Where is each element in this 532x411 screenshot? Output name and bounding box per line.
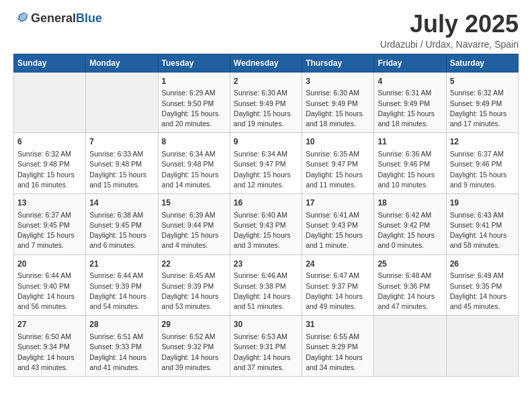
cell-week2-day4: 10Sunrise: 6:35 AMSunset: 9:47 PMDayligh… — [302, 133, 374, 194]
day-number: 28 — [89, 319, 154, 330]
cell-info: Sunrise: 6:45 AMSunset: 9:39 PMDaylight:… — [162, 271, 226, 312]
cell-info: Sunrise: 6:37 AMSunset: 9:46 PMDaylight:… — [450, 149, 515, 190]
cell-week4-day3: 23Sunrise: 6:46 AMSunset: 9:38 PMDayligh… — [230, 255, 302, 316]
col-sunday: Sunday — [14, 54, 86, 72]
cell-week5-day2: 29Sunrise: 6:52 AMSunset: 9:32 PMDayligh… — [158, 316, 230, 377]
day-number: 24 — [306, 259, 370, 270]
day-number: 18 — [378, 197, 442, 209]
day-number: 15 — [162, 197, 226, 209]
main-title: July 2025 — [380, 11, 519, 38]
cell-info: Sunrise: 6:55 AMSunset: 9:29 PMDaylight:… — [306, 332, 370, 373]
subtitle: Urdazubi / Urdax, Navarre, Spain — [380, 39, 519, 50]
cell-week3-day5: 18Sunrise: 6:42 AMSunset: 9:42 PMDayligh… — [374, 193, 446, 255]
day-number: 30 — [234, 319, 298, 330]
cell-week1-day1 — [86, 72, 158, 133]
logo-blue: Blue — [76, 12, 102, 24]
day-number: 2 — [234, 76, 298, 87]
day-number: 29 — [162, 319, 226, 330]
cell-week4-day1: 21Sunrise: 6:44 AMSunset: 9:39 PMDayligh… — [86, 255, 158, 316]
cell-week2-day0: 6Sunrise: 6:32 AMSunset: 9:48 PMDaylight… — [14, 133, 86, 194]
day-number: 10 — [306, 136, 370, 148]
cell-info: Sunrise: 6:48 AMSunset: 9:36 PMDaylight:… — [378, 271, 442, 312]
day-number: 7 — [89, 136, 154, 148]
cell-info: Sunrise: 6:37 AMSunset: 9:45 PMDaylight:… — [17, 210, 82, 251]
day-number: 12 — [450, 136, 515, 148]
cell-week3-day2: 15Sunrise: 6:39 AMSunset: 9:44 PMDayligh… — [158, 193, 230, 255]
cell-info: Sunrise: 6:44 AMSunset: 9:39 PMDaylight:… — [89, 271, 154, 312]
cell-week1-day4: 3Sunrise: 6:30 AMSunset: 9:49 PMDaylight… — [302, 72, 374, 133]
cell-info: Sunrise: 6:39 AMSunset: 9:44 PMDaylight:… — [162, 210, 226, 251]
cell-info: Sunrise: 6:35 AMSunset: 9:47 PMDaylight:… — [306, 149, 370, 190]
day-number: 6 — [17, 136, 82, 148]
col-friday: Friday — [374, 54, 446, 72]
cell-week1-day6: 5Sunrise: 6:32 AMSunset: 9:49 PMDaylight… — [446, 72, 518, 133]
cell-info: Sunrise: 6:30 AMSunset: 9:49 PMDaylight:… — [306, 88, 370, 129]
week-row-4: 20Sunrise: 6:44 AMSunset: 9:40 PMDayligh… — [14, 255, 519, 316]
logo-text: General Blue — [31, 12, 102, 24]
cell-week2-day3: 9Sunrise: 6:34 AMSunset: 9:47 PMDaylight… — [230, 133, 302, 194]
week-row-5: 27Sunrise: 6:50 AMSunset: 9:34 PMDayligh… — [14, 316, 519, 377]
day-number: 3 — [306, 76, 370, 87]
cell-info: Sunrise: 6:31 AMSunset: 9:49 PMDaylight:… — [378, 88, 442, 129]
day-number: 4 — [378, 76, 442, 87]
cell-info: Sunrise: 6:43 AMSunset: 9:41 PMDaylight:… — [450, 210, 515, 251]
cell-info: Sunrise: 6:46 AMSunset: 9:38 PMDaylight:… — [234, 271, 298, 312]
logo-general: General — [31, 12, 76, 24]
cell-week2-day5: 11Sunrise: 6:36 AMSunset: 9:46 PMDayligh… — [374, 133, 446, 194]
day-number: 8 — [162, 136, 226, 148]
cell-week3-day4: 17Sunrise: 6:41 AMSunset: 9:43 PMDayligh… — [302, 193, 374, 255]
cell-info: Sunrise: 6:53 AMSunset: 9:31 PMDaylight:… — [234, 332, 298, 373]
cell-week4-day4: 24Sunrise: 6:47 AMSunset: 9:37 PMDayligh… — [302, 255, 374, 316]
col-monday: Monday — [86, 54, 158, 72]
day-number: 9 — [234, 136, 298, 148]
title-block: July 2025 Urdazubi / Urdax, Navarre, Spa… — [380, 11, 519, 50]
day-number: 25 — [378, 259, 442, 270]
day-number: 5 — [450, 76, 515, 87]
calendar-body: 1Sunrise: 6:29 AMSunset: 9:50 PMDaylight… — [14, 72, 519, 376]
cell-info: Sunrise: 6:34 AMSunset: 9:48 PMDaylight:… — [162, 149, 226, 190]
cell-week4-day0: 20Sunrise: 6:44 AMSunset: 9:40 PMDayligh… — [14, 255, 86, 316]
day-number: 21 — [89, 259, 154, 270]
day-number: 31 — [306, 319, 370, 330]
cell-week5-day5 — [374, 316, 446, 377]
cell-week4-day2: 22Sunrise: 6:45 AMSunset: 9:39 PMDayligh… — [158, 255, 230, 316]
cell-week1-day0 — [14, 72, 86, 133]
day-number: 27 — [17, 319, 82, 330]
cell-week5-day0: 27Sunrise: 6:50 AMSunset: 9:34 PMDayligh… — [14, 316, 86, 377]
cell-info: Sunrise: 6:38 AMSunset: 9:45 PMDaylight:… — [89, 210, 154, 251]
day-number: 1 — [162, 76, 226, 87]
cell-info: Sunrise: 6:51 AMSunset: 9:33 PMDaylight:… — [89, 332, 154, 373]
cell-week2-day2: 8Sunrise: 6:34 AMSunset: 9:48 PMDaylight… — [158, 133, 230, 194]
cell-info: Sunrise: 6:30 AMSunset: 9:49 PMDaylight:… — [234, 88, 298, 129]
cell-week4-day5: 25Sunrise: 6:48 AMSunset: 9:36 PMDayligh… — [374, 255, 446, 316]
col-wednesday: Wednesday — [230, 54, 302, 72]
cell-info: Sunrise: 6:36 AMSunset: 9:46 PMDaylight:… — [378, 149, 442, 190]
day-number: 14 — [89, 197, 154, 209]
day-number: 17 — [306, 197, 370, 209]
week-row-1: 1Sunrise: 6:29 AMSunset: 9:50 PMDaylight… — [14, 72, 519, 133]
calendar-page: General Blue July 2025 Urdazubi / Urdax,… — [0, 0, 532, 411]
col-saturday: Saturday — [446, 54, 518, 72]
logo: General Blue — [13, 11, 102, 26]
col-tuesday: Tuesday — [158, 54, 230, 72]
day-number: 26 — [450, 259, 515, 270]
cell-week5-day4: 31Sunrise: 6:55 AMSunset: 9:29 PMDayligh… — [302, 316, 374, 377]
day-number: 16 — [234, 197, 298, 209]
day-number: 19 — [450, 197, 515, 209]
cell-week3-day0: 13Sunrise: 6:37 AMSunset: 9:45 PMDayligh… — [14, 193, 86, 255]
cell-info: Sunrise: 6:33 AMSunset: 9:48 PMDaylight:… — [89, 149, 154, 190]
cell-info: Sunrise: 6:47 AMSunset: 9:37 PMDaylight:… — [306, 271, 370, 312]
cell-week5-day3: 30Sunrise: 6:53 AMSunset: 9:31 PMDayligh… — [230, 316, 302, 377]
cell-info: Sunrise: 6:32 AMSunset: 9:49 PMDaylight:… — [450, 88, 515, 129]
week-row-3: 13Sunrise: 6:37 AMSunset: 9:45 PMDayligh… — [14, 193, 519, 255]
cell-week3-day6: 19Sunrise: 6:43 AMSunset: 9:41 PMDayligh… — [446, 193, 518, 255]
cell-week4-day6: 26Sunrise: 6:49 AMSunset: 9:35 PMDayligh… — [446, 255, 518, 316]
cell-week5-day6 — [446, 316, 518, 377]
cell-info: Sunrise: 6:40 AMSunset: 9:43 PMDaylight:… — [234, 210, 298, 251]
day-number: 11 — [378, 136, 442, 148]
cell-info: Sunrise: 6:42 AMSunset: 9:42 PMDaylight:… — [378, 210, 442, 251]
cell-info: Sunrise: 6:34 AMSunset: 9:47 PMDaylight:… — [234, 149, 298, 190]
week-row-2: 6Sunrise: 6:32 AMSunset: 9:48 PMDaylight… — [14, 133, 519, 194]
day-number: 13 — [17, 197, 82, 209]
cell-week3-day1: 14Sunrise: 6:38 AMSunset: 9:45 PMDayligh… — [86, 193, 158, 255]
